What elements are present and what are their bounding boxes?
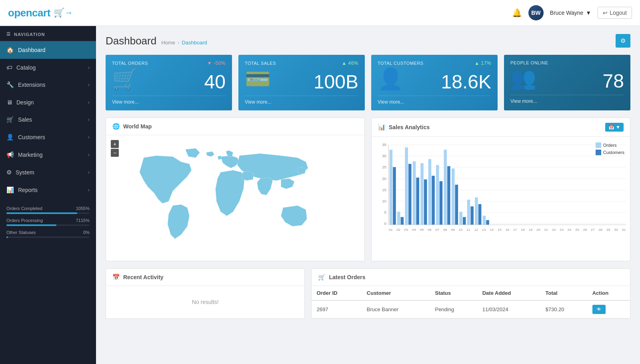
customers-icon: 👤	[6, 134, 14, 141]
stat-value: 0%	[83, 230, 90, 235]
svg-text:09: 09	[451, 228, 455, 232]
chart-legend: Orders Customers	[596, 142, 624, 155]
stat-card-value: 100B	[314, 72, 358, 92]
sales-analytics-title: Sales Analytics	[389, 124, 430, 130]
col-order-id: Order ID	[312, 286, 362, 300]
legend-orders-label: Orders	[603, 143, 617, 148]
latest-orders-panel: 🛒 Latest Orders Order ID Customer Status…	[311, 268, 630, 319]
svg-text:04: 04	[412, 228, 416, 232]
view-order-button[interactable]: 👁	[592, 305, 606, 314]
stat-card-title: TOTAL ORDERS	[112, 61, 148, 66]
stat-label: Orders Completed	[6, 206, 42, 211]
svg-text:08: 08	[443, 228, 447, 232]
logout-button[interactable]: ↩ Logout	[598, 7, 632, 19]
stat-bar	[6, 212, 77, 214]
stat-label: Other Statuses	[6, 230, 36, 235]
svg-text:16: 16	[505, 228, 509, 232]
logout-label: Logout	[610, 10, 627, 16]
sidebar-item-label: Extensions	[18, 82, 45, 88]
legend-customers-color	[596, 150, 601, 155]
cart-icon: 🛒	[112, 68, 138, 89]
svg-rect-38	[475, 197, 478, 225]
header-right: 🔔 BW Bruce Wayne ▼ ↩ Logout	[512, 5, 632, 20]
sidebar-item-extensions[interactable]: 🔧 Extensions ›	[0, 76, 96, 94]
svg-text:30: 30	[382, 154, 386, 158]
sidebar-item-label: System	[16, 169, 34, 176]
sales-analytics-panel: 📊 Sales Analytics 📅 ▼ Orders	[371, 118, 630, 261]
svg-text:13: 13	[482, 228, 486, 232]
stat-orders-completed: Orders Completed 1055%	[6, 206, 90, 214]
breadcrumb-home[interactable]: Home	[161, 40, 175, 46]
calendar-button[interactable]: 📅 ▼	[605, 123, 624, 132]
world-map-header: 🌐 World Map	[106, 118, 364, 135]
sidebar-item-label: Catalog	[16, 64, 36, 71]
svg-text:10: 10	[459, 228, 463, 232]
svg-rect-32	[452, 168, 455, 225]
zoom-in-button[interactable]: +	[111, 140, 119, 148]
credit-card-icon: 💳	[245, 68, 271, 89]
stat-card-title: TOTAL SALES	[245, 61, 276, 66]
svg-text:25: 25	[575, 228, 579, 232]
sidebar-item-reports[interactable]: 📊 Reports ›	[0, 181, 96, 199]
sidebar-item-sales[interactable]: 🛒 Sales ›	[0, 111, 96, 128]
svg-text:07: 07	[436, 228, 440, 232]
stat-label: Orders Processing	[6, 218, 43, 223]
svg-text:10: 10	[382, 199, 386, 203]
svg-rect-34	[459, 212, 462, 225]
sidebar-item-catalog[interactable]: 🏷 Catalog ›	[0, 59, 96, 76]
dashboard-icon: 🏠	[6, 46, 14, 54]
breadcrumb-current: Dashboard	[182, 40, 207, 46]
chevron-right-icon: ›	[88, 187, 90, 193]
col-status: Status	[430, 286, 477, 300]
settings-button[interactable]: ⚙	[616, 34, 630, 48]
chevron-right-icon: ›	[88, 65, 90, 70]
bell-icon[interactable]: 🔔	[512, 8, 522, 18]
recent-activity-panel: 📅 Recent Activity No results!	[106, 268, 305, 319]
bottom-row: 📅 Recent Activity No results! 🛒 Latest O…	[106, 268, 630, 319]
stat-other-statuses: Other Statuses 0%	[6, 230, 90, 238]
order-total: $730.20	[541, 300, 588, 318]
stat-orders-processing: Orders Processing 7115%	[6, 218, 90, 226]
stat-change: ▲ 17%	[474, 60, 491, 66]
stat-card-sales: TOTAL SALES ▲ 46% 💳 100B View more...	[238, 55, 365, 110]
sidebar-item-customers[interactable]: 👤 Customers ›	[0, 128, 96, 146]
svg-text:14: 14	[490, 228, 494, 232]
sidebar-item-dashboard[interactable]: 🏠 Dashboard	[0, 41, 96, 59]
sidebar-item-system[interactable]: ⚙ System ›	[0, 164, 96, 181]
svg-text:05: 05	[420, 228, 424, 232]
svg-rect-35	[463, 217, 466, 225]
col-total: Total	[541, 286, 588, 300]
sales-icon: 🛒	[6, 116, 14, 123]
user-info[interactable]: Bruce Wayne ▼	[550, 10, 591, 16]
sidebar-item-marketing[interactable]: 📢 Marketing ›	[0, 146, 96, 164]
svg-text:5: 5	[384, 210, 386, 214]
stat-card-orders: TOTAL ORDERS ▼ -50% 🛒 40 View more...	[106, 55, 232, 110]
hamburger-icon: ☰	[6, 32, 11, 37]
svg-text:22: 22	[552, 228, 556, 232]
svg-text:25: 25	[382, 165, 386, 169]
chevron-right-icon: ›	[88, 152, 90, 158]
recent-activity-body: No results!	[106, 286, 304, 318]
header: opencart 🛒→ 🔔 BW Bruce Wayne ▼ ↩ Logout	[0, 0, 640, 26]
sidebar-item-design[interactable]: 🖥 Design ›	[0, 94, 96, 111]
stat-change: ▲ 46%	[342, 60, 358, 66]
col-customer: Customer	[362, 286, 430, 300]
sidebar-stats: Orders Completed 1055% Orders Processing…	[0, 200, 96, 248]
latest-orders-header: 🛒 Latest Orders	[312, 269, 630, 286]
chart-container: Orders Customers	[372, 137, 630, 261]
svg-rect-22	[413, 161, 416, 225]
svg-rect-17	[393, 167, 396, 225]
stat-card-view-more[interactable]: View more...	[378, 96, 491, 105]
chevron-right-icon: ›	[88, 134, 90, 140]
calendar-icon: 📅	[112, 274, 120, 281]
svg-rect-21	[408, 164, 412, 225]
stat-card-view-more[interactable]: View more...	[510, 95, 624, 104]
breadcrumb-section: Dashboard Home › Dashboard ⚙	[106, 34, 630, 48]
svg-text:15: 15	[498, 228, 502, 232]
no-results-text: No results!	[192, 299, 219, 305]
stat-card-view-more[interactable]: View more...	[245, 96, 358, 105]
stat-card-view-more[interactable]: View more...	[112, 96, 226, 105]
col-date: Date Added	[478, 286, 541, 300]
zoom-out-button[interactable]: −	[111, 149, 119, 157]
svg-text:24: 24	[568, 228, 572, 232]
